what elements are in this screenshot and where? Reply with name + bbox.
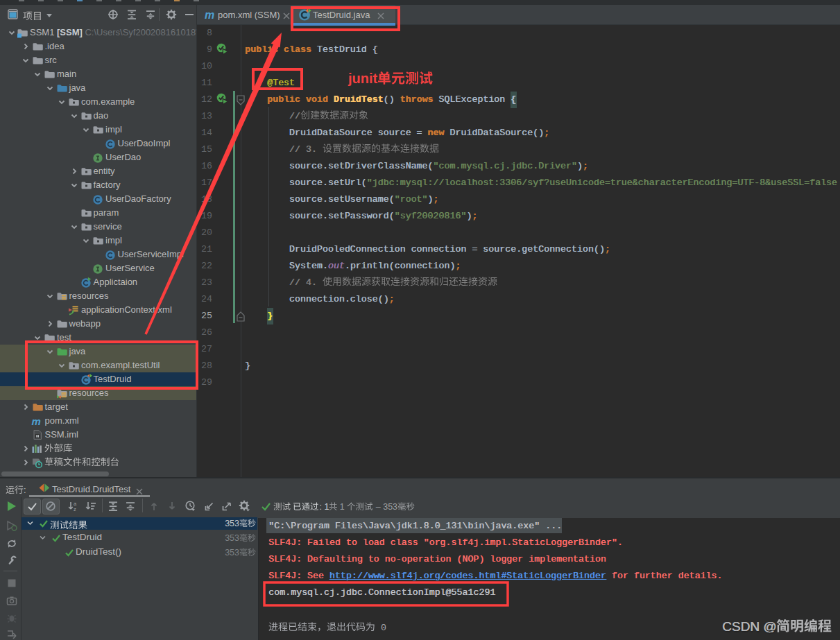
svg-text:z: z	[74, 506, 76, 512]
